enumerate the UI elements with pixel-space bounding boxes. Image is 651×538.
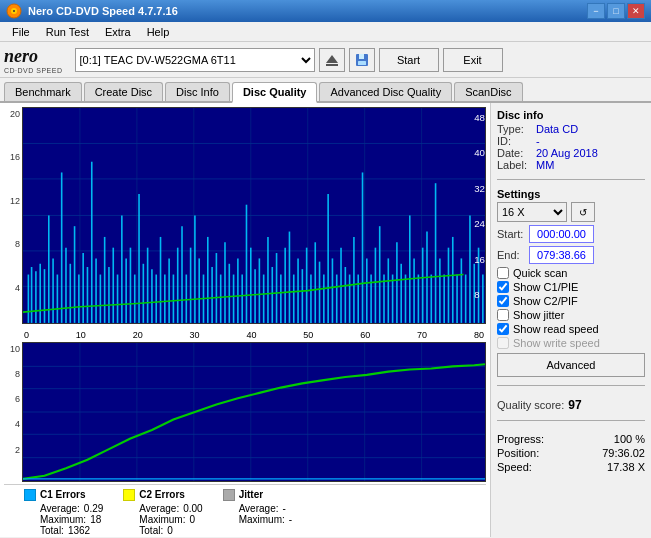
- date-label: Date:: [497, 147, 532, 159]
- position-label: Position:: [497, 447, 539, 459]
- save-button[interactable]: [349, 48, 375, 72]
- svg-marker-3: [326, 55, 338, 63]
- svg-rect-4: [326, 64, 338, 66]
- c2-max-label: Maximum:: [139, 514, 185, 525]
- c2-color-box: [123, 489, 135, 501]
- app-icon: [6, 3, 22, 19]
- c1-label: C1 Errors: [40, 489, 86, 500]
- lower-chart: [22, 342, 486, 482]
- show-jitter-checkbox[interactable]: [497, 309, 509, 321]
- right-panel: Disc info Type: Data CD ID: - Date: 20 A…: [491, 103, 651, 537]
- disc-label-label: Label:: [497, 159, 532, 171]
- svg-text:32: 32: [474, 183, 485, 194]
- maximize-button[interactable]: □: [607, 3, 625, 19]
- eject-button[interactable]: [319, 48, 345, 72]
- c2-label: C2 Errors: [139, 489, 185, 500]
- start-button[interactable]: Start: [379, 48, 439, 72]
- tab-advanced-disc-quality[interactable]: Advanced Disc Quality: [319, 82, 452, 101]
- svg-text:8: 8: [474, 289, 479, 300]
- c2-avg-value: 0.00: [183, 503, 202, 514]
- tab-disc-quality[interactable]: Disc Quality: [232, 82, 318, 103]
- show-read-speed-checkbox[interactable]: [497, 323, 509, 335]
- quality-value: 97: [568, 398, 581, 412]
- speed-label: Speed:: [497, 461, 532, 473]
- start-label: Start:: [497, 228, 529, 240]
- upper-chart-x-axis: 0 10 20 30 40 50 60 70 80: [4, 330, 486, 340]
- drive-select[interactable]: [0:1] TEAC DV-W522GMA 6T11: [75, 48, 315, 72]
- nero-logo-text: nero: [4, 46, 38, 67]
- progress-section: Progress: 100 % Position: 79:36.02 Speed…: [497, 433, 645, 475]
- tab-benchmark[interactable]: Benchmark: [4, 82, 82, 101]
- type-value: Data CD: [536, 123, 578, 135]
- toolbar: nero CD·DVD SPEED [0:1] TEAC DV-W522GMA …: [0, 42, 651, 78]
- divider-3: [497, 420, 645, 421]
- settings-title: Settings: [497, 188, 645, 200]
- nero-logo-subtitle: CD·DVD SPEED: [4, 67, 63, 74]
- show-c1pie-label: Show C1/PIE: [513, 281, 578, 293]
- jitter-avg-label: Average:: [239, 503, 279, 514]
- disc-label-value: MM: [536, 159, 554, 171]
- legend: C1 Errors Average: 0.29 Maximum: 18 Tota…: [4, 484, 486, 538]
- tab-scan-disc[interactable]: ScanDisc: [454, 82, 522, 101]
- show-read-speed-label: Show read speed: [513, 323, 599, 335]
- c1-max-value: 18: [90, 514, 101, 525]
- svg-point-2: [13, 10, 15, 12]
- svg-text:24: 24: [474, 218, 485, 229]
- tab-create-disc[interactable]: Create Disc: [84, 82, 163, 101]
- main-content: 20 16 12 8 4: [0, 103, 651, 537]
- settings-section: Settings 16 X Max 2 X 4 X 8 X 32 X ↺ Sta…: [497, 188, 645, 377]
- tab-bar: Benchmark Create Disc Disc Info Disc Qua…: [0, 78, 651, 103]
- end-label: End:: [497, 249, 529, 261]
- jitter-max-value: -: [289, 514, 292, 525]
- c1-color-box: [24, 489, 36, 501]
- upper-chart: 48 40 32 24 16 8: [22, 107, 486, 324]
- show-c2pif-checkbox[interactable]: [497, 295, 509, 307]
- minimize-button[interactable]: −: [587, 3, 605, 19]
- window-title: Nero CD-DVD Speed 4.7.7.16: [28, 5, 178, 17]
- speed-refresh-button[interactable]: ↺: [571, 202, 595, 222]
- jitter-label: Jitter: [239, 489, 263, 500]
- menu-bar: File Run Test Extra Help: [0, 22, 651, 42]
- speed-value: 17.38 X: [607, 461, 645, 473]
- svg-text:40: 40: [474, 147, 485, 158]
- upper-chart-y-left: 20 16 12 8 4: [4, 107, 22, 328]
- id-label: ID:: [497, 135, 532, 147]
- show-jitter-label: Show jitter: [513, 309, 564, 321]
- menu-extra[interactable]: Extra: [97, 24, 139, 40]
- id-value: -: [536, 135, 540, 147]
- show-c2pif-label: Show C2/PIF: [513, 295, 578, 307]
- menu-help[interactable]: Help: [139, 24, 178, 40]
- legend-jitter: Jitter Average: - Maximum: -: [223, 489, 292, 536]
- close-button[interactable]: ✕: [627, 3, 645, 19]
- nero-logo: nero CD·DVD SPEED: [4, 46, 63, 74]
- lower-chart-y-left: 10 8 6 4 2: [4, 342, 22, 472]
- c2-avg-label: Average:: [139, 503, 179, 514]
- show-write-speed-label: Show write speed: [513, 337, 600, 349]
- menu-run-test[interactable]: Run Test: [38, 24, 97, 40]
- position-value: 79:36.02: [602, 447, 645, 459]
- exit-button[interactable]: Exit: [443, 48, 503, 72]
- menu-file[interactable]: File: [4, 24, 38, 40]
- type-label: Type:: [497, 123, 532, 135]
- speed-select[interactable]: 16 X Max 2 X 4 X 8 X 32 X: [497, 202, 567, 222]
- disc-info-section: Disc info Type: Data CD ID: - Date: 20 A…: [497, 109, 645, 171]
- window-controls: − □ ✕: [587, 3, 645, 19]
- divider-1: [497, 179, 645, 180]
- svg-rect-6: [358, 61, 366, 65]
- jitter-avg-value: -: [282, 503, 285, 514]
- advanced-button[interactable]: Advanced: [497, 353, 645, 377]
- jitter-max-label: Maximum:: [239, 514, 285, 525]
- end-time-field[interactable]: [529, 246, 594, 264]
- c1-avg-value: 0.29: [84, 503, 103, 514]
- c1-total-value: 1362: [68, 525, 90, 536]
- svg-text:16: 16: [474, 254, 485, 265]
- show-c1pie-checkbox[interactable]: [497, 281, 509, 293]
- divider-2: [497, 385, 645, 386]
- disc-info-title: Disc info: [497, 109, 645, 121]
- show-write-speed-checkbox: [497, 337, 509, 349]
- start-time-field[interactable]: [529, 225, 594, 243]
- quick-scan-checkbox[interactable]: [497, 267, 509, 279]
- c1-avg-label: Average:: [40, 503, 80, 514]
- tab-disc-info[interactable]: Disc Info: [165, 82, 230, 101]
- title-bar: Nero CD-DVD Speed 4.7.7.16 − □ ✕: [0, 0, 651, 22]
